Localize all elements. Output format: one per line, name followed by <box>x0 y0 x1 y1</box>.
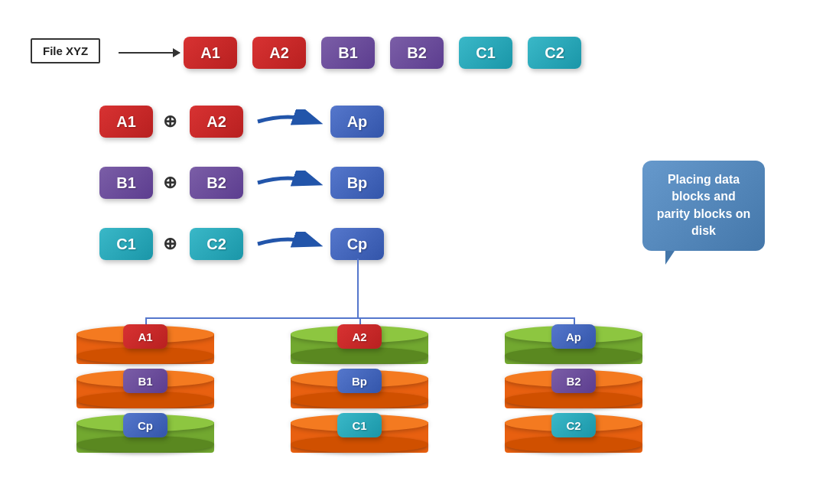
block-a2: A2 <box>252 37 306 69</box>
disk-layer-1-1: Bp <box>291 366 428 408</box>
disk-badge-ap: Ap <box>551 324 596 349</box>
disk-layer-2-0: Ap <box>505 321 642 364</box>
block-cp: Cp <box>330 228 384 260</box>
disk-stack-2: Ap B2 C2 <box>505 321 642 454</box>
block-c2: C2 <box>528 37 581 69</box>
block-b1: B1 <box>321 37 375 69</box>
disk-badge-a2: A2 <box>337 324 382 349</box>
disk-badge-a1: A1 <box>123 324 167 349</box>
disk-layer-2-2: C2 <box>505 410 642 453</box>
block-ap: Ap <box>330 106 384 138</box>
disk-layer-1-2: C1 <box>291 410 428 453</box>
xor-symbol: ⊕ <box>163 234 177 254</box>
xor-arrow <box>255 232 324 256</box>
speech-bubble: Placing data blocks and parity blocks on… <box>642 161 765 251</box>
block-a1: A1 <box>99 106 153 138</box>
block-a1: A1 <box>184 37 237 69</box>
disk-badge-cp: Cp <box>123 413 167 437</box>
block-b1: B1 <box>99 167 153 199</box>
block-b2: B2 <box>390 37 444 69</box>
block-c1: C1 <box>99 228 153 260</box>
xor-arrow <box>255 109 324 134</box>
block-bp: Bp <box>330 167 384 199</box>
xor-symbol: ⊕ <box>163 112 177 132</box>
disk-badge-b1: B1 <box>123 369 167 393</box>
disk-layer-0-0: A1 <box>76 321 214 364</box>
disk-stack-0: A1 B1 Cp <box>76 321 214 454</box>
block-a2: A2 <box>190 106 243 138</box>
disk-layer-0-2: Cp <box>76 410 214 453</box>
block-c1: C1 <box>459 37 512 69</box>
block-b2: B2 <box>190 167 243 199</box>
block-c2: C2 <box>190 228 243 260</box>
disk-layer-0-1: B1 <box>76 366 214 408</box>
disk-badge-bp: Bp <box>337 369 382 393</box>
disk-layer-1-0: A2 <box>291 321 428 364</box>
file-arrow <box>119 52 180 54</box>
file-label: File XYZ <box>31 38 100 63</box>
disk-badge-c1: C1 <box>337 413 382 437</box>
upper-vertical-connector <box>357 259 359 317</box>
disk-badge-c2: C2 <box>551 413 596 437</box>
xor-symbol: ⊕ <box>163 173 177 193</box>
disk-layer-2-1: B2 <box>505 366 642 408</box>
xor-arrow <box>255 171 324 195</box>
disk-stack-1: A2 Bp C1 <box>291 321 428 454</box>
disk-badge-b2: B2 <box>551 369 596 393</box>
